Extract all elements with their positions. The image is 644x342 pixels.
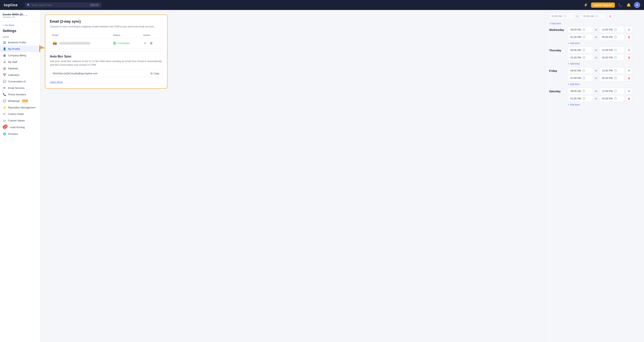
add-time-wednesday[interactable]: + Add time [568,41,640,46]
search-input[interactable] [32,4,88,6]
sidebar-item-lead-scoring[interactable]: g 13 Lead Scoring [0,124,40,131]
company-billing-icon: ▦ [3,54,6,57]
sidebar-item-custom-fields[interactable]: ✏ Custom Fields [0,111,40,117]
fri-end-2[interactable]: 05:00 PM 🕐 [600,75,624,81]
sidebar-item-pipelines[interactable]: ▤ Pipelines [0,65,40,72]
saturday-section: Saturday 09:00 AM 🕐 to 12:00 PM 🕐 ⧉ [549,88,640,108]
sidebar-item-domains[interactable]: 🌐 Domains [0,131,40,137]
learn-more-link[interactable]: Learn More [50,81,62,83]
support-button[interactable]: topline Support [591,2,615,8]
sidebar-item-label: Conversation AI [8,80,26,83]
fri-start-2[interactable]: 01:00 PM 🕐 [568,75,593,81]
sidebar-item-my-profile[interactable]: 👤 My Profile [0,45,40,52]
thu-start-1[interactable]: 09:00 AM 🕐 [568,47,593,53]
fri-start-1[interactable]: 09:00 AM 🕐 [568,67,593,74]
fri-end-1[interactable]: 12:00 PM 🕐 [600,67,624,74]
gmail-icon [52,41,58,46]
copy-time-btn[interactable]: ⧉ [626,88,632,94]
workspace-selector[interactable]: Dunder Mifflin [D... Scranton, PA ▾ [3,13,38,18]
go-back-link[interactable]: < Go Back [0,24,40,29]
content-area: Email (2-way sync) Connect to sync incom… [40,10,644,342]
delete-btn[interactable]: 🗑 [149,41,154,46]
delete-time-btn[interactable]: 🗑 [626,95,632,102]
sidebar: Dunder Mifflin [D... Scranton, PA ▾ < Go… [0,10,40,342]
sidebar-item-label: Business Profile [8,41,26,44]
avatar[interactable]: U [634,2,640,8]
wed-end-1[interactable]: 12:00 PM 🕐 [600,26,624,33]
thu-start-2[interactable]: 01:00 PM 🕐 [568,54,593,61]
copy-time-btn[interactable]: ⧉ [626,27,632,33]
friday-section: Friday 09:00 AM 🕐 to 12:00 PM 🕐 ⧉ [549,67,640,87]
to-label: to [576,15,579,18]
to-label: to [594,36,598,38]
custom-values-icon: 🗂 [3,119,6,122]
clock-icon: 🕐 [582,69,585,72]
sidebar-item-calendars[interactable]: 📅 Calendars [0,72,40,78]
sidebar-item-email-services[interactable]: ✉ Email Services [0,85,40,91]
chevron-down-icon: ▾ [26,14,27,17]
phone-icon-btn[interactable]: 📞 [617,2,623,8]
sidebar-item-reputation-management[interactable]: ⭐ Reputation Management [0,104,40,111]
sidebar-item-label: My Staff [8,60,17,63]
clock-icon: 🕐 [563,15,566,18]
clock-icon: 🕐 [614,97,617,100]
sat-start-1[interactable]: 09:00 AM 🕐 [568,88,593,94]
sidebar-item-business-profile[interactable]: 🏢 Business Profile [0,39,40,45]
friday-times: 09:00 AM 🕐 to 12:00 PM 🕐 ⧉ 01:00 PM [568,67,640,87]
workspace-section: Dunder Mifflin [D... Scranton, PA ▾ [0,13,40,21]
custom-fields-icon: ✏ [3,112,6,116]
delete-time-btn[interactable]: 🗑 [626,34,632,40]
action-cell: ✏ 🗑 [141,38,162,48]
status-dot [113,42,116,45]
copy-time-btn[interactable]: ⧉ [626,68,632,74]
sidebar-item-custom-values[interactable]: 🗂 Custom Values [0,117,40,124]
delete-time-btn[interactable]: 🗑 [607,13,613,19]
sidebar-item-my-staff[interactable]: 🖨 My Staff [0,59,40,65]
copy-icon: ⧉ [151,72,152,75]
delete-time-btn[interactable]: 🗑 [626,75,632,81]
sat-start-2[interactable]: 01:00 PM 🕐 [568,95,593,102]
notification-btn[interactable]: 🔔 [626,2,632,8]
sat-end-2[interactable]: 05:00 PM 🕐 [600,95,624,102]
sidebar-item-phone-numbers[interactable]: 📞 Phone Numbers [0,91,40,98]
sat-end-1[interactable]: 12:00 PM 🕐 [600,88,624,94]
calendars-icon: 📅 [3,73,6,77]
search-bar[interactable]: 🔍 Ctrl + K [25,2,102,8]
thursday-label: Thursday [549,47,566,52]
add-time-thursday[interactable]: + Add time [568,62,640,67]
beta-badge: beta [22,100,28,102]
email-sync-title: Email (2-way sync) [50,19,162,23]
partial-time-end: 05:00 AM 🕐 [581,13,606,19]
table-row: Connected ✏ 🗑 [50,38,162,48]
to-label: to [594,49,598,51]
to-label: to [594,90,598,92]
sidebar-item-label: WhatsApp [8,100,20,102]
sidebar-item-label: My Profile [8,47,20,50]
col-status: Status [111,32,141,38]
settings-title: Settings [0,29,40,34]
thu-end-1[interactable]: 12:00 PM 🕐 [600,47,624,53]
wed-end-2[interactable]: 05:00 PM 🕐 [600,34,624,40]
copy-button[interactable]: ⧉ Copy [148,70,162,77]
add-time-btn-top[interactable]: + Add time [549,22,561,26]
copy-time-btn[interactable]: ⧉ [626,47,632,53]
lightning-btn[interactable]: ⚡ [583,2,589,8]
add-time-saturday[interactable]: + Add time [568,103,640,108]
sidebar-item-whatsapp[interactable]: 💬 WhatsApp beta [0,98,40,104]
sidebar-item-company-billing[interactable]: ▦ Company Billing [0,52,40,59]
sidebar-item-conversation-ai[interactable]: 💬 Conversation AI [0,78,40,85]
wed-start-1[interactable]: 09:00 AM 🕐 [568,26,593,33]
edit-btn[interactable]: ✏ [143,41,147,46]
auto-bcc-title: Auto Bcc Sync [50,55,162,58]
bcc-email-input[interactable] [50,70,146,77]
thu-end-2[interactable]: 05:00 PM 🕐 [600,54,624,61]
friday-label: Friday [549,67,566,72]
action-icons: ✏ 🗑 [143,41,160,46]
search-icon: 🔍 [27,4,30,6]
clock-icon: 🕐 [614,56,617,59]
section-divider [50,51,162,52]
wed-start-2[interactable]: 01:00 PM 🕐 [568,34,593,40]
delete-time-btn[interactable]: 🗑 [626,54,632,61]
main-layout: Dunder Mifflin [D... Scranton, PA ▾ < Go… [0,10,644,342]
add-time-friday[interactable]: + Add time [568,82,640,87]
